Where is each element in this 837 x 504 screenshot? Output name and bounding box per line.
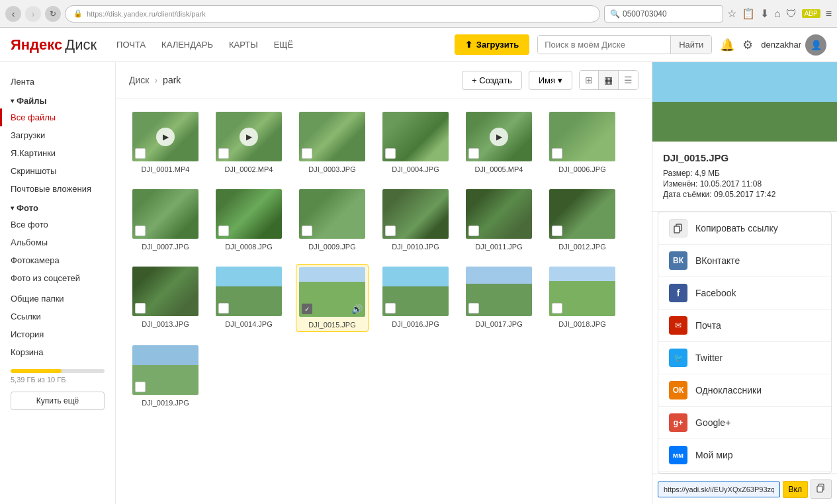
search-button[interactable]: Найти — [670, 36, 711, 54]
sidebar-item-shared[interactable]: Общие папки — [0, 290, 115, 308]
share-toggle-button[interactable]: Вкл — [783, 481, 808, 498]
file-item-dji0002[interactable]: ▶ DJI_0002.MP4 — [212, 109, 285, 176]
select-checkbox-dji0001[interactable] — [135, 148, 146, 159]
select-checkbox-dji0012[interactable] — [552, 226, 562, 236]
create-button[interactable]: + Создать — [462, 71, 522, 90]
file-item-dji0004[interactable]: DJI_0004.JPG — [379, 109, 452, 176]
refresh-button[interactable]: ↻ — [45, 6, 61, 22]
browser-home-icon[interactable]: ⌂ — [774, 8, 781, 20]
sidebar-item-downloads[interactable]: Загрузки — [0, 126, 115, 144]
file-item-dji0015[interactable]: ✓ 🔊 DJI_0015.JPG — [296, 264, 369, 332]
modified-label: Изменён: — [663, 179, 697, 189]
nav-maps[interactable]: КАРТЫ — [229, 40, 258, 50]
view-list-button[interactable]: ☰ — [618, 71, 638, 89]
buy-more-button[interactable]: Купить ещё — [11, 392, 105, 410]
share-copy-button[interactable] — [811, 480, 832, 499]
file-item-dji0007[interactable]: DJI_0007.JPG — [129, 187, 202, 253]
select-checkbox-dji0006[interactable] — [552, 148, 562, 159]
sidebar-item-trash[interactable]: Корзина — [0, 343, 115, 361]
select-checkbox-dji0015[interactable]: ✓ — [302, 304, 312, 314]
browser-star-icon[interactable]: ☆ — [727, 7, 736, 20]
sidebar-section-files[interactable]: ▾ Файлы — [0, 91, 115, 108]
share-facebook[interactable]: f Facebook — [658, 277, 831, 310]
browser-bookmark-icon[interactable]: 📋 — [742, 7, 755, 20]
notifications-icon[interactable]: 🔔 — [720, 38, 734, 52]
thumbnail-dji0018 — [549, 267, 615, 316]
file-item-dji0005[interactable]: ▶ DJI_0005.MP4 — [463, 109, 535, 176]
forward-button[interactable]: › — [25, 6, 41, 22]
share-ok[interactable]: ОК Одноклассники — [658, 374, 831, 407]
select-checkbox-dji0003[interactable] — [302, 148, 312, 159]
select-checkbox-dji0014[interactable] — [218, 303, 229, 314]
file-item-dji0013[interactable]: DJI_0013.JPG — [129, 264, 202, 332]
select-checkbox-dji0005[interactable] — [468, 148, 479, 159]
file-item-dji0018[interactable]: DJI_0018.JPG — [546, 264, 619, 332]
sidebar-item-images[interactable]: Я.Картинки — [0, 144, 115, 162]
sidebar-section-photo[interactable]: ▾ Фото — [0, 198, 115, 216]
view-large-grid-button[interactable]: ▦ — [598, 71, 618, 89]
sidebar-item-screenshots[interactable]: Скриншоты — [0, 162, 115, 180]
browser-menu-icon[interactable]: ≡ — [826, 8, 832, 20]
select-checkbox-dji0002[interactable] — [218, 148, 229, 159]
nav-calendar[interactable]: КАЛЕНДАРЬ — [161, 40, 213, 50]
search-input[interactable] — [538, 36, 670, 54]
browser-shield-icon[interactable]: 🛡 — [786, 8, 797, 20]
breadcrumb-root[interactable]: Диск — [129, 75, 149, 85]
albums-label: Альбомы — [11, 237, 48, 247]
browser-search[interactable]: 🔍 0500703040 — [604, 5, 723, 22]
share-twitter[interactable]: 🐦 Twitter — [658, 342, 831, 374]
file-item-dji0011[interactable]: DJI_0011.JPG — [463, 187, 535, 253]
share-copy-link[interactable]: Копировать ссылку — [658, 212, 831, 245]
share-mail[interactable]: ✉ Почта — [658, 310, 831, 342]
sidebar-item-albums[interactable]: Альбомы — [0, 233, 115, 251]
file-size-row: Размер: 4,9 МБ — [663, 169, 826, 178]
settings-icon[interactable]: ⚙ — [742, 38, 753, 52]
sidebar-item-feed[interactable]: Лента — [0, 73, 115, 91]
url-bar[interactable]: 🔒 https://disk.yandex.ru/client/disk/par… — [65, 5, 600, 22]
share-mimir[interactable]: мм Мой мир — [658, 439, 831, 472]
file-item-dji0017[interactable]: DJI_0017.JPG — [463, 264, 535, 332]
sidebar-item-social-photos[interactable]: Фото из соцсетей — [0, 269, 115, 287]
select-checkbox-dji0018[interactable] — [552, 303, 562, 314]
file-item-dji0010[interactable]: DJI_0010.JPG — [379, 187, 452, 253]
user-info[interactable]: denzakhar 👤 — [761, 34, 826, 56]
sidebar-item-camera[interactable]: Фотокамера — [0, 251, 115, 269]
select-checkbox-dji0010[interactable] — [385, 226, 396, 236]
file-item-dji0001[interactable]: ▶ DJI_0001.MP4 — [129, 109, 202, 176]
upload-button[interactable]: ⬆ Загрузить — [455, 34, 529, 55]
select-checkbox-dji0009[interactable] — [302, 226, 312, 236]
select-checkbox-dji0019[interactable] — [135, 382, 146, 392]
file-item-dji0009[interactable]: DJI_0009.JPG — [296, 187, 369, 253]
share-url-input[interactable] — [658, 482, 780, 497]
select-checkbox-dji0007[interactable] — [135, 226, 146, 236]
file-item-dji0006[interactable]: DJI_0006.JPG — [546, 109, 619, 176]
file-item-dji0014[interactable]: DJI_0014.JPG — [212, 264, 285, 332]
select-checkbox-dji0013[interactable] — [135, 303, 146, 314]
file-item-dji0016[interactable]: DJI_0016.JPG — [379, 264, 452, 332]
logo[interactable]: Яндекс Диск — [11, 36, 97, 54]
nav-more[interactable]: ЕЩЁ — [274, 40, 294, 50]
select-checkbox-dji0017[interactable] — [468, 303, 479, 314]
select-checkbox-dji0016[interactable] — [385, 303, 396, 314]
select-checkbox-dji0004[interactable] — [385, 148, 396, 159]
sidebar-item-all-files[interactable]: Все файлы — [0, 108, 115, 126]
file-item-dji0008[interactable]: DJI_0008.JPG — [212, 187, 285, 253]
top-nav-right: ⬆ Загрузить Найти 🔔 ⚙ denzakhar 👤 — [455, 34, 826, 56]
sidebar-item-links[interactable]: Ссылки — [0, 308, 115, 325]
select-checkbox-dji0008[interactable] — [218, 226, 229, 236]
share-vk[interactable]: ВК ВКонтакте — [658, 245, 831, 277]
browser-download-icon[interactable]: ⬇ — [760, 7, 769, 20]
view-small-grid-button[interactable]: ⊞ — [580, 71, 598, 89]
back-button[interactable]: ‹ — [5, 6, 21, 22]
browser-adblock-icon[interactable]: ABP — [802, 9, 820, 18]
sidebar-item-all-photos[interactable]: Все фото — [0, 216, 115, 233]
file-item-dji0012[interactable]: DJI_0012.JPG — [546, 187, 619, 253]
sidebar-item-history[interactable]: История — [0, 325, 115, 343]
sidebar-item-mail-attachments[interactable]: Почтовые вложения — [0, 180, 115, 198]
select-checkbox-dji0011[interactable] — [468, 226, 479, 236]
share-gplus[interactable]: g+ Google+ — [658, 407, 831, 439]
nav-mail[interactable]: ПОЧТА — [116, 40, 146, 50]
file-item-dji0003[interactable]: DJI_0003.JPG — [296, 109, 369, 176]
file-item-dji0019[interactable]: DJI_0019.JPG — [129, 343, 202, 409]
sort-button[interactable]: Имя ▾ — [529, 71, 572, 90]
